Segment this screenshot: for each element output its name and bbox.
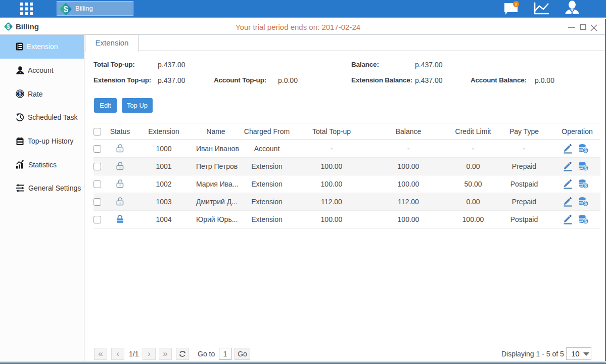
svg-text:$: $ [63,5,68,14]
svg-text:$: $ [584,201,587,206]
svg-text:$: $ [584,148,587,153]
svg-text:$: $ [584,183,587,189]
svg-text:$: $ [19,91,22,97]
svg-text:$: $ [584,218,587,224]
svg-text:$: $ [584,165,587,171]
svg-text:!: ! [516,2,517,7]
svg-text:$: $ [7,23,10,30]
